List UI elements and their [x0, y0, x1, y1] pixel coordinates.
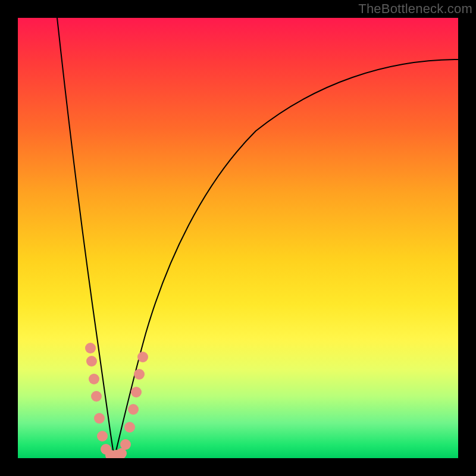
data-dot	[131, 387, 142, 397]
data-dot	[86, 356, 97, 367]
left-branch-path	[57, 18, 114, 458]
curve-svg	[18, 18, 458, 458]
data-dot	[94, 413, 105, 424]
data-dot	[120, 439, 131, 450]
data-dot	[134, 369, 145, 380]
data-dot	[91, 391, 102, 402]
plot-area	[18, 18, 458, 458]
data-dot	[85, 343, 96, 353]
watermark-text: TheBottleneck.com	[358, 1, 472, 17]
data-dot	[137, 352, 148, 362]
right-branch-path	[114, 60, 458, 458]
data-dot	[97, 431, 108, 441]
data-dot	[124, 422, 135, 433]
data-dot	[128, 404, 139, 415]
data-dot	[89, 374, 99, 384]
chart-frame: TheBottleneck.com	[0, 0, 476, 476]
